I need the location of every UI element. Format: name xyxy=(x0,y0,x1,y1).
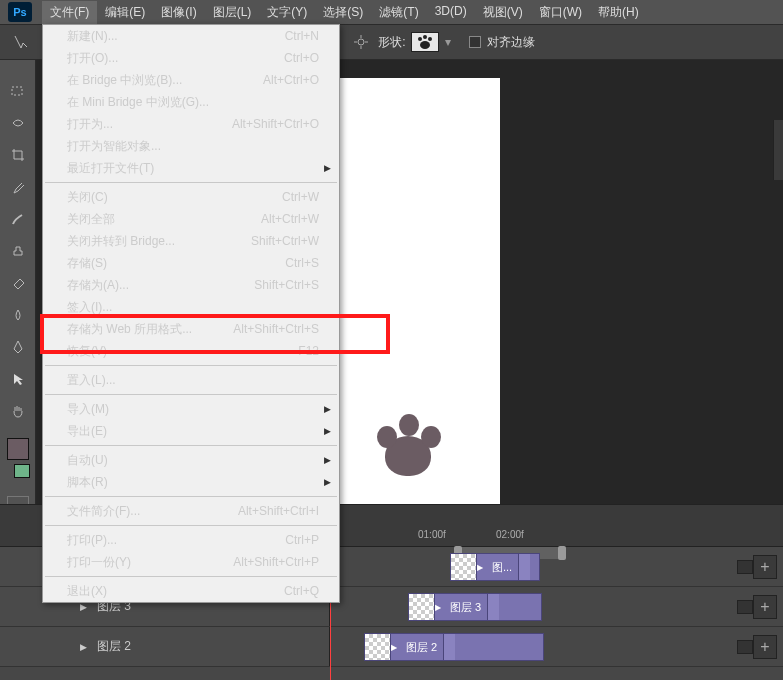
menu-item[interactable]: 文件简介(F)...Alt+Shift+Ctrl+I xyxy=(43,500,339,522)
menu-item-shortcut: Ctrl+W xyxy=(282,190,319,204)
add-track-button[interactable]: + xyxy=(753,595,777,619)
menu-item[interactable]: 在 Bridge 中浏览(B)...Alt+Ctrl+O xyxy=(43,69,339,91)
eyedropper-tool-icon[interactable] xyxy=(7,176,29,198)
clip-thumbnail xyxy=(451,554,477,580)
clip-handle[interactable] xyxy=(443,634,455,660)
menu-item[interactable]: 导出(E)▶ xyxy=(43,420,339,442)
submenu-arrow-icon: ▶ xyxy=(324,477,331,487)
stamp-tool-icon[interactable] xyxy=(7,240,29,262)
track-control-btn[interactable] xyxy=(737,640,753,654)
ruler-tick: 02:00f xyxy=(496,529,524,540)
panel-collapse-handle[interactable] xyxy=(773,120,783,180)
menu-item-shortcut: Shift+Ctrl+S xyxy=(254,278,319,292)
menu-separator xyxy=(45,496,337,497)
menu-2[interactable]: 图像(I) xyxy=(153,1,204,24)
menu-item[interactable]: 存储(S)Ctrl+S xyxy=(43,252,339,274)
menu-item-shortcut: Alt+Shift+Ctrl+O xyxy=(232,117,319,131)
menu-item[interactable]: 置入(L)... xyxy=(43,369,339,391)
menu-6[interactable]: 滤镜(T) xyxy=(371,1,426,24)
align-edges-checkbox[interactable] xyxy=(469,36,481,48)
menu-item[interactable]: 新建(N)...Ctrl+N xyxy=(43,25,339,47)
clip-handle[interactable] xyxy=(518,554,530,580)
expand-icon[interactable]: ▶ xyxy=(80,602,87,612)
add-track-button[interactable]: + xyxy=(753,635,777,659)
menu-item[interactable]: 存储为 Web 所用格式...Alt+Shift+Ctrl+S xyxy=(43,318,339,340)
timeline-clip[interactable]: ▶图层 3 xyxy=(408,593,542,621)
clip-thumbnail xyxy=(365,634,391,660)
menu-9[interactable]: 窗口(W) xyxy=(531,1,590,24)
lasso-tool-icon[interactable] xyxy=(7,112,29,134)
track-control-btn[interactable] xyxy=(737,560,753,574)
pen-tool-icon[interactable] xyxy=(7,336,29,358)
menu-1[interactable]: 编辑(E) xyxy=(97,1,153,24)
menu-item-label: 关闭并转到 Bridge... xyxy=(67,233,175,250)
menu-item-shortcut: F12 xyxy=(298,344,319,358)
menu-10[interactable]: 帮助(H) xyxy=(590,1,647,24)
clip-play-icon: ▶ xyxy=(477,563,483,572)
expand-icon[interactable]: ▶ xyxy=(80,642,87,652)
app-logo: Ps xyxy=(8,2,32,22)
menu-item[interactable]: 脚本(R)▶ xyxy=(43,471,339,493)
menu-item-label: 文件简介(F)... xyxy=(67,503,140,520)
submenu-arrow-icon: ▶ xyxy=(324,163,331,173)
brush-tool-icon[interactable] xyxy=(7,208,29,230)
menu-item[interactable]: 导入(M)▶ xyxy=(43,398,339,420)
timeline-clip[interactable]: ▶图... xyxy=(450,553,540,581)
timeline-clip[interactable]: ▶图层 2 xyxy=(364,633,544,661)
shape-label: 形状: xyxy=(378,34,405,51)
menu-item[interactable]: 关闭全部Alt+Ctrl+W xyxy=(43,208,339,230)
menu-4[interactable]: 文字(Y) xyxy=(259,1,315,24)
blur-tool-icon[interactable] xyxy=(7,304,29,326)
menu-item-label: 打开为... xyxy=(67,116,113,133)
path-select-icon[interactable] xyxy=(7,368,29,390)
move-tool-icon[interactable] xyxy=(7,80,29,102)
menu-7[interactable]: 3D(D) xyxy=(427,1,475,24)
svg-point-1 xyxy=(358,39,364,45)
menu-item[interactable]: 最近打开文件(T)▶ xyxy=(43,157,339,179)
menu-0[interactable]: 文件(F) xyxy=(42,1,97,24)
menu-item-label: 存储(S) xyxy=(67,255,107,272)
menu-item[interactable]: 打印一份(Y)Alt+Shift+Ctrl+P xyxy=(43,551,339,573)
clip-handle[interactable] xyxy=(487,594,499,620)
menu-item[interactable]: 打开(O)...Ctrl+O xyxy=(43,47,339,69)
track-header[interactable]: ▶图层 2 xyxy=(0,627,330,666)
menu-item-shortcut: Ctrl+O xyxy=(284,51,319,65)
menu-item[interactable]: 退出(X)Ctrl+Q xyxy=(43,580,339,602)
submenu-arrow-icon: ▶ xyxy=(324,426,331,436)
menu-item-label: 打开为智能对象... xyxy=(67,138,161,155)
gear-icon[interactable] xyxy=(350,31,372,53)
menu-item[interactable]: 打印(P)...Ctrl+P xyxy=(43,529,339,551)
menu-item-label: 导出(E) xyxy=(67,423,107,440)
foreground-color[interactable] xyxy=(7,438,29,460)
hand-tool-icon[interactable] xyxy=(7,400,29,422)
menu-item-label: 打开(O)... xyxy=(67,50,118,67)
menu-item[interactable]: 打开为...Alt+Shift+Ctrl+O xyxy=(43,113,339,135)
menu-5[interactable]: 选择(S) xyxy=(315,1,371,24)
track-control-btn[interactable] xyxy=(737,600,753,614)
menu-item[interactable]: 存储为(A)...Shift+Ctrl+S xyxy=(43,274,339,296)
menu-item[interactable]: 关闭并转到 Bridge...Shift+Ctrl+W xyxy=(43,230,339,252)
menu-item-label: 恢复(V) xyxy=(67,343,107,360)
menu-3[interactable]: 图层(L) xyxy=(205,1,260,24)
menu-item-label: 关闭(C) xyxy=(67,189,108,206)
menu-8[interactable]: 视图(V) xyxy=(475,1,531,24)
menu-item-label: 存储为 Web 所用格式... xyxy=(67,321,192,338)
menu-item[interactable]: 打开为智能对象... xyxy=(43,135,339,157)
menu-item[interactable]: 自动(U)▶ xyxy=(43,449,339,471)
menu-item[interactable]: 在 Mini Bridge 中浏览(G)... xyxy=(43,91,339,113)
submenu-arrow-icon: ▶ xyxy=(324,455,331,465)
add-track-button[interactable]: + xyxy=(753,555,777,579)
tool-preset-icon[interactable] xyxy=(10,31,32,53)
menubar: Ps 文件(F)编辑(E)图像(I)图层(L)文字(Y)选择(S)滤镜(T)3D… xyxy=(0,0,783,24)
background-color[interactable] xyxy=(14,464,30,478)
shape-swatch[interactable] xyxy=(411,32,439,52)
file-menu-dropdown: 新建(N)...Ctrl+N打开(O)...Ctrl+O在 Bridge 中浏览… xyxy=(42,24,340,603)
crop-tool-icon[interactable] xyxy=(7,144,29,166)
svg-rect-10 xyxy=(12,87,22,95)
menu-separator xyxy=(45,445,337,446)
svg-point-6 xyxy=(420,41,430,49)
menu-item[interactable]: 关闭(C)Ctrl+W xyxy=(43,186,339,208)
menu-item-label: 导入(M) xyxy=(67,401,109,418)
menu-item-shortcut: Ctrl+N xyxy=(285,29,319,43)
eraser-tool-icon[interactable] xyxy=(7,272,29,294)
